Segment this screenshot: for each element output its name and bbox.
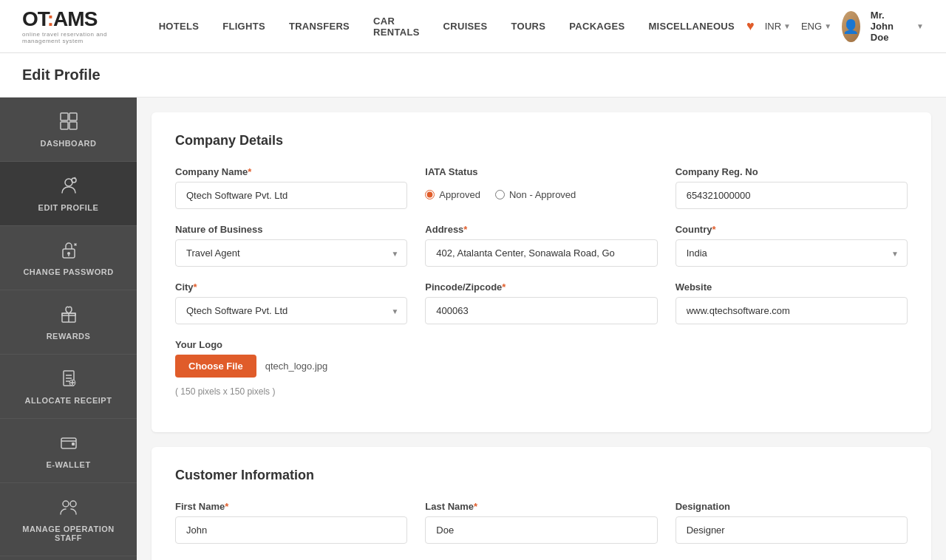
form-row-2: Nature of Business Travel Agent Address*: [175, 224, 908, 267]
sidebar-item-edit-profile[interactable]: EDIT PROFILE: [0, 162, 137, 226]
svg-point-20: [63, 501, 69, 507]
language-dropdown-icon: ▼: [824, 22, 831, 30]
city-select-wrapper: Qtech Software Pvt. Ltd: [175, 297, 407, 324]
language-selector[interactable]: ENG ▼: [801, 21, 831, 32]
nav-packages[interactable]: PACKAGES: [557, 0, 636, 53]
sidebar-change-password-label: CHANGE PASSWORD: [23, 267, 113, 276]
iata-status-label: IATA Status: [425, 166, 657, 177]
iata-approved-radio[interactable]: [425, 190, 435, 199]
form-row-logo: Your Logo Choose File qtech_logo.jpg ( 1…: [175, 339, 908, 397]
sidebar-manage-staff-label: MANAGE OPERATION STAFF: [7, 525, 129, 542]
logo: OT:AMS online travel reservation and man…: [22, 9, 118, 44]
form-row-3: City* Qtech Software Pvt. Ltd Pincode/Zi…: [175, 281, 908, 324]
nav-hotels[interactable]: HOTELS: [147, 0, 211, 53]
main-content: Company Details Company Name* IATA Statu…: [137, 98, 946, 560]
sidebar-item-dashboard[interactable]: DASHBOARD: [0, 98, 137, 162]
wishlist-icon[interactable]: ♥: [746, 18, 755, 34]
last-name-group: Last Name*: [425, 501, 657, 544]
designation-group: Designation: [676, 501, 908, 544]
currency-dropdown-icon: ▼: [783, 22, 791, 30]
designation-label: Designation: [676, 501, 908, 512]
sidebar-edit-profile-label: EDIT PROFILE: [38, 203, 99, 212]
first-name-input[interactable]: [175, 516, 407, 544]
page-title-bar: Edit Profile: [0, 53, 946, 98]
nature-of-business-select[interactable]: Travel Agent: [175, 239, 407, 267]
nav-miscellaneous[interactable]: MISCELLANEOUS: [636, 0, 746, 53]
company-details-card: Company Details Company Name* IATA Statu…: [152, 112, 931, 432]
sidebar-e-wallet-label: E-WALLET: [46, 460, 90, 469]
iata-radio-group: Approved Non - Approved: [425, 182, 657, 208]
header-right: ♥ INR ▼ ENG ▼ 👤 Mr. John Doe ▼: [746, 10, 924, 43]
user-dropdown-icon[interactable]: ▼: [916, 22, 924, 30]
sidebar: DASHBOARD EDIT PROFILE: [0, 98, 137, 560]
sidebar-item-change-password[interactable]: CHANGE PASSWORD: [0, 226, 137, 290]
country-group: Country* India: [676, 224, 908, 267]
nav-flights[interactable]: FLIGHTS: [211, 0, 277, 53]
iata-non-approved-label[interactable]: Non - Approved: [495, 189, 576, 200]
address-label: Address*: [425, 224, 657, 235]
svg-point-21: [70, 501, 76, 507]
country-select[interactable]: India: [676, 239, 908, 267]
nature-of-business-label: Nature of Business: [175, 224, 407, 235]
pincode-group: Pincode/Zipcode*: [425, 281, 657, 324]
file-name: qtech_logo.jpg: [265, 361, 328, 372]
company-reg-no-input[interactable]: [676, 182, 908, 209]
sidebar-item-manage-staff[interactable]: MANAGE OPERATION STAFF: [0, 483, 137, 556]
manage-staff-icon: [58, 496, 79, 520]
edit-profile-icon: [58, 175, 79, 199]
page-title: Edit Profile: [22, 66, 924, 83]
sidebar-item-e-wallet[interactable]: E-WALLET: [0, 419, 137, 483]
logo-group: Your Logo Choose File qtech_logo.jpg ( 1…: [175, 339, 908, 397]
website-group: Website: [676, 281, 908, 324]
country-label: Country*: [676, 224, 908, 235]
main-layout: DASHBOARD EDIT PROFILE: [0, 98, 946, 560]
nav-cruises[interactable]: CRUISES: [432, 0, 500, 53]
sidebar-item-allocate-receipt[interactable]: ALLOCATE RECEIPT: [0, 355, 137, 419]
logo-tagline: online travel reservation and management…: [22, 31, 118, 44]
website-label: Website: [676, 281, 908, 293]
svg-rect-3: [69, 122, 77, 129]
city-select[interactable]: Qtech Software Pvt. Ltd: [175, 297, 407, 324]
address-input[interactable]: [425, 239, 657, 267]
currency-selector[interactable]: INR ▼: [765, 21, 791, 32]
nav-car-rentals[interactable]: CAR RENTALS: [361, 0, 432, 53]
company-name-input[interactable]: [175, 182, 407, 209]
nav-tours[interactable]: TOURS: [500, 0, 558, 53]
pincode-label: Pincode/Zipcode*: [425, 281, 657, 293]
user-name: Mr. John Doe: [871, 10, 906, 43]
city-group: City* Qtech Software Pvt. Ltd: [175, 281, 407, 324]
iata-approved-label[interactable]: Approved: [425, 189, 480, 200]
city-label: City*: [175, 281, 407, 293]
main-nav: HOTELS FLIGHTS TRANSFERS CAR RENTALS CRU…: [147, 0, 746, 53]
last-name-input[interactable]: [425, 516, 657, 544]
customer-information-card: Customer Information First Name* Last Na…: [152, 447, 931, 560]
customer-information-title: Customer Information: [175, 468, 908, 483]
website-input[interactable]: [676, 297, 908, 324]
company-name-label: Company Name*: [175, 166, 407, 177]
logo-text: OT:AMS: [22, 9, 118, 30]
nav-transfers[interactable]: TRANSFERS: [277, 0, 361, 53]
pincode-input[interactable]: [425, 297, 657, 324]
svg-rect-2: [61, 122, 68, 129]
first-name-label: First Name*: [175, 501, 407, 512]
sidebar-dashboard-label: DASHBOARD: [41, 139, 97, 148]
choose-file-button[interactable]: Choose File: [175, 355, 256, 378]
address-group: Address*: [425, 224, 657, 267]
customer-form-row-1: First Name* Last Name* Designation: [175, 501, 908, 544]
iata-non-approved-radio[interactable]: [495, 190, 505, 199]
svg-rect-0: [61, 113, 68, 120]
company-reg-no-group: Company Reg. No: [676, 166, 908, 209]
svg-rect-19: [72, 443, 75, 445]
last-name-label: Last Name*: [425, 501, 657, 512]
file-upload-row: Choose File qtech_logo.jpg: [175, 355, 908, 378]
header: OT:AMS online travel reservation and man…: [0, 0, 946, 53]
sidebar-item-rewards[interactable]: REWARDS: [0, 290, 137, 355]
file-hint: ( 150 pixels x 150 pixels ): [175, 386, 908, 397]
iata-status-group: IATA Status Approved Non - Approved: [425, 166, 657, 209]
country-select-wrapper: India: [676, 239, 908, 267]
currency-value: INR: [765, 21, 781, 32]
your-logo-label: Your Logo: [175, 339, 908, 350]
nature-of-business-group: Nature of Business Travel Agent: [175, 224, 407, 267]
designation-input[interactable]: [676, 516, 908, 544]
nature-select-wrapper: Travel Agent: [175, 239, 407, 267]
